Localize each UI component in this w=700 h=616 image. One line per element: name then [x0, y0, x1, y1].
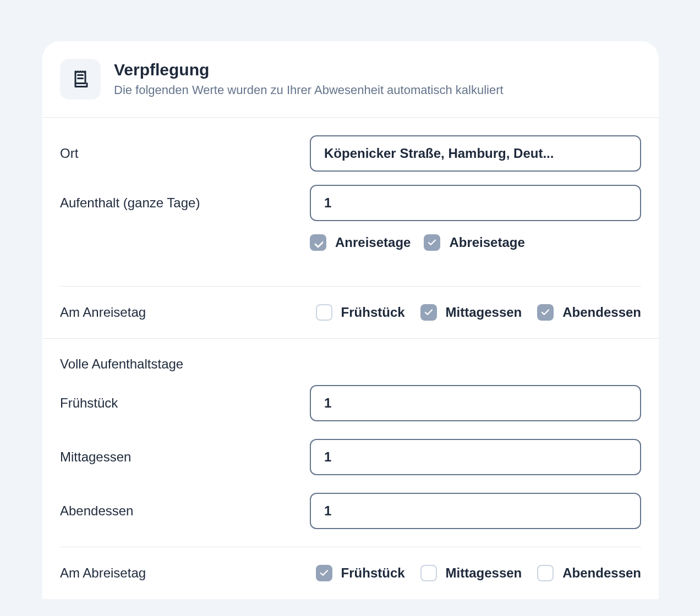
breakfast-count-row: Frühstück 1	[60, 385, 641, 421]
arrival-days-label: Anreisetage	[335, 235, 411, 250]
receipt-icon-box	[60, 59, 101, 100]
departure-day-label: Am Abreisetag	[60, 565, 236, 581]
dinner-count-row: Abendessen 1	[60, 493, 641, 529]
arrival-day-row: Am Anreisetag Frühstück Mittagessen A	[42, 287, 659, 339]
departure-lunch-label: Mittagessen	[446, 565, 522, 581]
check-icon	[319, 568, 329, 578]
lunch-count-row: Mittagessen 1	[60, 439, 641, 475]
arrival-day-meals: Frühstück Mittagessen Abendessen	[316, 304, 641, 321]
check-icon	[427, 238, 437, 248]
duration-row: Aufenthalt (ganze Tage) 1	[60, 185, 641, 221]
departure-day-row: Am Abreisetag Frühstück Mittagessen Aben…	[42, 547, 659, 599]
departure-breakfast-checkbox[interactable]	[316, 565, 332, 581]
breakfast-count-label: Frühstück	[60, 395, 297, 411]
departure-lunch-group: Mittagessen	[420, 565, 522, 581]
lunch-count-label: Mittagessen	[60, 449, 297, 465]
arrival-breakfast-group: Frühstück	[316, 304, 405, 321]
duration-label: Aufenthalt (ganze Tage)	[60, 195, 297, 211]
departure-days-label: Abreisetage	[449, 235, 524, 250]
receipt-icon	[70, 69, 90, 89]
header-text: Verpflegung Die folgenden Werte wurden z…	[114, 59, 504, 99]
lunch-count-input[interactable]: 1	[310, 439, 641, 475]
dinner-count-label: Abendessen	[60, 503, 297, 519]
location-row: Ort Köpenicker Straße, Hamburg, Deut...	[60, 135, 641, 172]
arrival-dinner-group: Abendessen	[537, 304, 641, 321]
departure-days-checkbox[interactable]	[424, 234, 440, 251]
breakfast-count-input[interactable]: 1	[310, 385, 641, 421]
meals-card: Verpflegung Die folgenden Werte wurden z…	[42, 41, 659, 599]
departure-breakfast-label: Frühstück	[341, 565, 405, 581]
departure-dinner-group: Abendessen	[537, 565, 641, 581]
arrival-lunch-checkbox[interactable]	[420, 304, 437, 321]
location-section: Ort Köpenicker Straße, Hamburg, Deut... …	[42, 118, 659, 286]
departure-day-meals: Frühstück Mittagessen Abendessen	[316, 565, 641, 581]
arrival-breakfast-label: Frühstück	[341, 305, 405, 320]
page-container: Verpflegung Die folgenden Werte wurden z…	[0, 41, 700, 616]
arrival-day-label: Am Anreisetag	[60, 305, 236, 320]
departure-dinner-checkbox[interactable]	[537, 565, 554, 581]
dinner-count-input[interactable]: 1	[310, 493, 641, 529]
full-days-rows: Frühstück 1 Mittagessen 1 Abendessen 1	[42, 376, 659, 547]
duration-input[interactable]: 1	[310, 185, 641, 221]
departure-breakfast-group: Frühstück	[316, 565, 405, 581]
card-title: Verpflegung	[114, 60, 504, 80]
travel-days-row: Anreisetage Abreisetage	[310, 234, 641, 251]
arrival-dinner-label: Abendessen	[562, 305, 641, 320]
arrival-lunch-label: Mittagessen	[446, 305, 522, 320]
arrival-breakfast-checkbox[interactable]	[316, 304, 332, 321]
departure-dinner-label: Abendessen	[562, 565, 641, 581]
departure-lunch-checkbox[interactable]	[420, 565, 437, 581]
departure-days-group: Abreisetage	[424, 234, 524, 251]
location-input[interactable]: Köpenicker Straße, Hamburg, Deut...	[310, 135, 641, 172]
check-icon	[540, 307, 550, 317]
check-icon	[313, 238, 323, 248]
check-icon	[424, 307, 434, 317]
full-days-title: Volle Aufenthaltstage	[60, 356, 641, 372]
full-days-title-row: Volle Aufenthaltstage	[42, 339, 659, 376]
arrival-dinner-checkbox[interactable]	[537, 304, 554, 321]
location-label: Ort	[60, 146, 297, 161]
arrival-days-group: Anreisetage	[310, 234, 411, 251]
card-subtitle: Die folgenden Werte wurden zu Ihrer Abwe…	[114, 82, 504, 99]
card-header: Verpflegung Die folgenden Werte wurden z…	[42, 59, 659, 118]
arrival-days-checkbox[interactable]	[310, 234, 326, 251]
arrival-lunch-group: Mittagessen	[420, 304, 522, 321]
